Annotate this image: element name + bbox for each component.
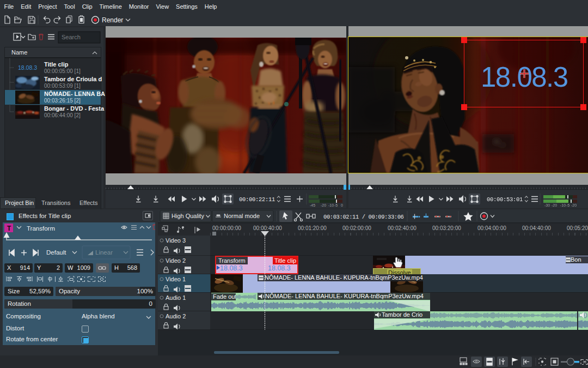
svg-text:-20: -20 [321, 203, 326, 207]
svg-text:00:03:02:11 / 00:09:33:06: 00:03:02:11 / 00:09:33:06 [323, 214, 404, 220]
svg-text:Transform: Transform [27, 225, 55, 232]
svg-text:Render: Render [102, 16, 123, 24]
svg-text:00:00:40:00: 00:00:40:00 [253, 225, 282, 231]
svg-text:00:00:00:00: 00:00:00:00 [212, 225, 241, 231]
svg-text:Linear: Linear [95, 249, 113, 256]
svg-text:Normal mode: Normal mode [224, 213, 260, 219]
svg-text:-10: -10 [560, 203, 566, 207]
svg-text:00:00:53:01: 00:00:53:01 [487, 196, 523, 203]
svg-text:T: T [7, 225, 11, 232]
svg-text:00:02:40:00: 00:02:40:00 [388, 225, 416, 231]
svg-text:-5: -5 [566, 203, 569, 207]
svg-text:-10: -10 [328, 203, 334, 207]
svg-text:Search: Search [62, 34, 81, 40]
svg-text:-5: -5 [334, 203, 338, 207]
svg-text:-30: -30 [544, 203, 550, 207]
svg-text:-20: -20 [552, 203, 557, 207]
svg-text:Default: Default [46, 249, 66, 256]
svg-text:00:03:20:00: 00:03:20:00 [432, 225, 461, 231]
svg-text:Video 1: Video 1 [166, 276, 186, 282]
svg-text:Video 2: Video 2 [166, 257, 186, 264]
svg-text:-20: -20 [571, 203, 577, 207]
svg-text:-45: -45 [310, 203, 315, 207]
svg-text:00:04:00:00: 00:04:00:00 [477, 225, 506, 231]
svg-text:00:01:20:00: 00:01:20:00 [298, 225, 327, 231]
svg-text:Audio 1: Audio 1 [166, 294, 186, 301]
svg-text:00:04:40:00: 00:04:40:00 [522, 225, 551, 231]
svg-text:00:00:22:11: 00:00:22:11 [239, 196, 275, 203]
svg-text:Video 3: Video 3 [166, 237, 186, 244]
svg-text:Audio 2: Audio 2 [166, 313, 186, 319]
svg-text:High Quality: High Quality [171, 213, 204, 219]
svg-text:00:05:20:00: 00:05:20:00 [567, 225, 588, 231]
svg-text:0: 0 [341, 203, 343, 207]
svg-text:00:02:00:00: 00:02:00:00 [342, 225, 371, 231]
